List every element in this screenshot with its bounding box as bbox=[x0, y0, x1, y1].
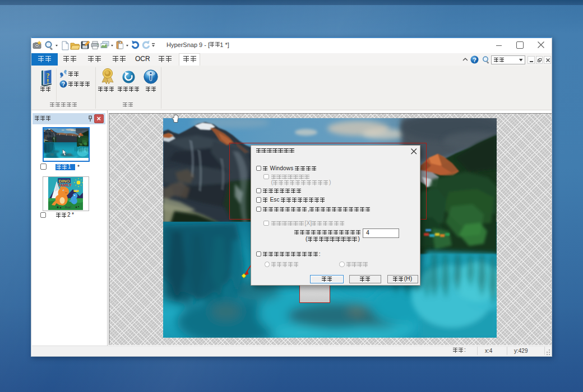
svg-text:?: ? bbox=[62, 81, 65, 87]
svg-text:?: ? bbox=[473, 57, 476, 63]
svg-text:?: ? bbox=[47, 72, 50, 80]
